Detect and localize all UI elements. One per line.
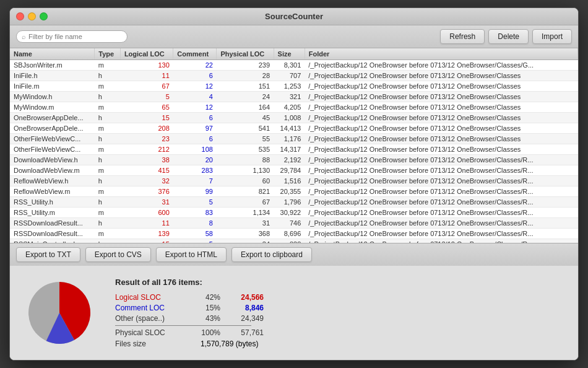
cell-folder: /_ProjectBackup/12 OneBrowser before 071… [305, 155, 577, 165]
cell-size: 14,317 [274, 144, 305, 155]
cell-size: 20,355 [274, 186, 305, 197]
table-row[interactable]: IniFile.m m 67 12 151 1,253 /_ProjectBac… [10, 81, 578, 92]
col-size[interactable]: Size [274, 48, 305, 60]
export-csv-button[interactable]: Export to CVS [85, 247, 151, 262]
cell-size: 746 [274, 218, 305, 229]
import-button[interactable]: Import [532, 29, 572, 44]
table-row[interactable]: RSSDownloadResult... h 11 8 31 746 /_Pro… [10, 218, 578, 229]
cell-size: 707 [274, 71, 305, 81]
cell-name: OtherFileWebViewC... [10, 144, 95, 155]
cell-type: h [95, 176, 121, 186]
cell-logical: 65 [120, 102, 173, 113]
stats-title: Result of all 176 items: [115, 278, 566, 287]
col-comment[interactable]: Comment [173, 48, 217, 60]
cell-name: OneBrowserAppDele... [10, 123, 95, 134]
col-folder[interactable]: Folder [305, 48, 577, 60]
cell-size: 1,516 [274, 176, 305, 186]
col-logical[interactable]: Logical LOC [120, 48, 173, 60]
cell-physical: 151 [217, 81, 274, 92]
cell-name: RSS_Utility.m [10, 208, 95, 218]
cell-folder: /_ProjectBackup/12 OneBrowser before 071… [305, 71, 577, 81]
table-row[interactable]: RSS_Utility.h h 31 5 67 1,796 /_ProjectB… [10, 197, 578, 208]
cell-logical: 600 [120, 208, 173, 218]
col-type[interactable]: Type [95, 48, 121, 60]
cell-comment: 6 [173, 113, 217, 123]
cell-name: IniFile.h [10, 71, 95, 81]
cell-physical: 31 [217, 218, 274, 229]
title-bar: SourceCounter [10, 8, 578, 25]
cell-logical: 415 [120, 165, 173, 176]
export-clipboard-button[interactable]: Export to clipboard [231, 247, 312, 262]
export-txt-button[interactable]: Export to TXT [16, 247, 80, 262]
cell-comment: 283 [173, 165, 217, 176]
search-input[interactable] [28, 33, 115, 40]
cell-physical: 239 [217, 60, 274, 71]
cell-name: OtherFileWebViewC... [10, 134, 95, 144]
cell-logical: 15 [120, 113, 173, 123]
cell-type: h [95, 92, 121, 102]
maximize-button[interactable] [40, 12, 48, 20]
refresh-button[interactable]: Refresh [440, 29, 485, 44]
cell-size: 1,008 [274, 113, 305, 123]
cell-comment: 58 [173, 229, 217, 239]
close-button[interactable] [16, 12, 24, 20]
table-row[interactable]: RSSMainController.h h 15 5 34 838 /_Proj… [10, 239, 578, 243]
cell-physical: 28 [217, 71, 274, 81]
cell-comment: 5 [173, 197, 217, 208]
cell-physical: 368 [217, 229, 274, 239]
cell-type: h [95, 134, 121, 144]
cell-folder: /_ProjectBackup/12 OneBrowser before 071… [305, 81, 577, 92]
table-row[interactable]: MyWindow.h h 5 4 24 321 /_ProjectBackup/… [10, 92, 578, 102]
table-row[interactable]: OtherFileWebViewC... m 212 108 535 14,31… [10, 144, 578, 155]
table-row[interactable]: DownloadWebView.h h 38 20 88 2,192 /_Pro… [10, 155, 578, 165]
cell-physical: 535 [217, 144, 274, 155]
table-header-row: Name Type Logical LOC Comment Physical L… [10, 48, 578, 60]
table-row[interactable]: OtherFileWebViewC... h 23 6 55 1,176 /_P… [10, 134, 578, 144]
cell-name: MyWindow.m [10, 102, 95, 113]
cell-logical: 23 [120, 134, 173, 144]
cell-physical: 24 [217, 92, 274, 102]
cell-logical: 212 [120, 144, 173, 155]
stats-logical-row: Logical SLOC 42% 24,566 [115, 293, 566, 302]
col-name[interactable]: Name [10, 48, 95, 60]
table-row[interactable]: RSSDownloadResult... m 139 58 368 8,696 … [10, 229, 578, 239]
cell-type: m [95, 165, 121, 176]
minimize-button[interactable] [28, 12, 36, 20]
cell-comment: 83 [173, 208, 217, 218]
cell-comment: 99 [173, 186, 217, 197]
search-box[interactable]: ⌕ [16, 30, 128, 43]
toolbar: ⌕ Refresh Delete Import [10, 25, 578, 48]
export-html-button[interactable]: Export to HTML [156, 247, 227, 262]
table-row[interactable]: DownloadWebView.m m 415 283 1,130 29,784… [10, 165, 578, 176]
delete-button[interactable]: Delete [488, 29, 529, 44]
cell-logical: 15 [120, 239, 173, 243]
cell-folder: /_ProjectBackup/12 OneBrowser before 071… [305, 218, 577, 229]
window-title: SourceCounter [265, 12, 323, 21]
table-row[interactable]: OneBrowserAppDele... h 15 6 45 1,008 /_P… [10, 113, 578, 123]
search-icon: ⌕ [22, 33, 26, 40]
toolbar-buttons: Refresh Delete Import [440, 29, 572, 44]
table-row[interactable]: SBJsonWriter.m m 130 22 239 8,301 /_Proj… [10, 60, 578, 71]
stats-divider [115, 325, 251, 326]
table-row[interactable]: ReflowWebView.h h 32 7 60 1,516 /_Projec… [10, 176, 578, 186]
cell-name: ReflowWebView.m [10, 186, 95, 197]
cell-folder: /_ProjectBackup/12 OneBrowser before 071… [305, 113, 577, 123]
table-row[interactable]: RSS_Utility.m m 600 83 1,134 30,922 /_Pr… [10, 208, 578, 218]
cell-size: 1,176 [274, 134, 305, 144]
stats-comment-label: Comment LOC [115, 304, 196, 312]
cell-size: 14,413 [274, 123, 305, 134]
stats-logical-value: 24,566 [220, 293, 264, 302]
table-row[interactable]: IniFile.h h 11 6 28 707 /_ProjectBackup/… [10, 71, 578, 81]
cell-size: 321 [274, 92, 305, 102]
col-physical[interactable]: Physical LOC [217, 48, 274, 60]
stats-comment-value: 8,846 [220, 304, 264, 312]
file-table-container[interactable]: Name Type Logical LOC Comment Physical L… [10, 48, 578, 243]
cell-physical: 34 [217, 239, 274, 243]
cell-type: m [95, 186, 121, 197]
table-row[interactable]: OneBrowserAppDele... m 208 97 541 14,413… [10, 123, 578, 134]
table-row[interactable]: ReflowWebView.m m 376 99 821 20,355 /_Pr… [10, 186, 578, 197]
stats-other-row: Other (space..) 43% 24,349 [115, 314, 566, 323]
cell-comment: 7 [173, 176, 217, 186]
table-row[interactable]: MyWindow.m m 65 12 164 4,205 /_ProjectBa… [10, 102, 578, 113]
cell-comment: 6 [173, 134, 217, 144]
